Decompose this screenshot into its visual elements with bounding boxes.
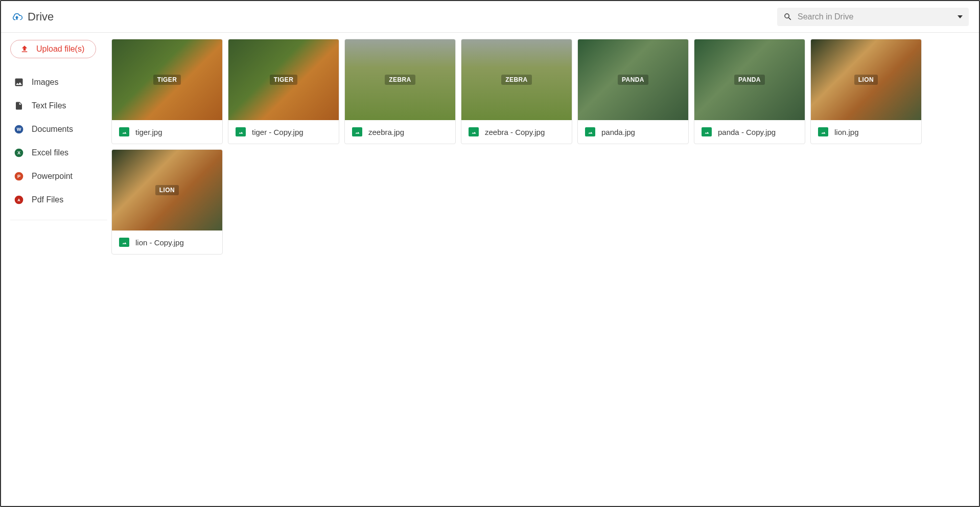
image-file-icon [119,238,129,247]
thumbnail-placeholder-label: panda [734,75,765,85]
image-file-icon [818,127,828,136]
file-card-footer: tiger - Copy.jpg [228,120,339,144]
file-card[interactable]: pandapanda.jpg [577,39,689,144]
search-icon [783,12,792,21]
thumbnail-placeholder-label: tiger [153,75,181,85]
file-thumbnail: lion [112,150,222,231]
file-card-footer: tiger.jpg [112,120,222,144]
image-file-icon [585,127,595,136]
sidebar-item-documents[interactable]: WDocuments [10,118,107,141]
file-card-footer: zeebra.jpg [345,120,455,144]
sidebar-item-label: Pdf Files [32,195,63,204]
upload-button[interactable]: Upload file(s) [10,40,96,58]
file-thumbnail: zebra [345,39,455,120]
thumbnail-placeholder-label: lion [854,75,878,85]
word-icon: W [13,124,25,135]
sidebar-item-label: Text Files [32,101,66,110]
thumbnail-placeholder-label: lion [155,185,179,195]
svg-text:P: P [17,174,20,179]
image-file-icon [469,127,479,136]
chevron-down-icon[interactable] [958,15,963,18]
file-name: lion.jpg [834,128,859,136]
search-box[interactable] [777,8,969,26]
app-logo: Drive [11,10,54,24]
file-card[interactable]: tigertiger.jpg [111,39,223,144]
file-card-footer: zeebra - Copy.jpg [461,120,572,144]
app-title: Drive [28,10,54,24]
file-thumbnail: tiger [112,39,222,120]
file-thumbnail: tiger [228,39,339,120]
file-thumbnail: lion [811,39,921,120]
thumbnail-placeholder-label: panda [618,75,648,85]
svg-text:A: A [17,198,20,202]
sidebar-item-powerpoint[interactable]: PPowerpoint [10,165,107,188]
sidebar-item-label: Excel files [32,148,68,157]
file-name: zeebra - Copy.jpg [485,128,545,136]
pdf-icon: A [13,194,25,205]
sidebar-item-excel-files[interactable]: XExcel files [10,141,107,165]
excel-icon: X [13,147,25,158]
file-thumbnail: panda [694,39,805,120]
file-card-footer: lion.jpg [811,120,921,144]
file-name: tiger.jpg [135,128,162,136]
thumbnail-placeholder-label: zebra [385,75,415,85]
ppt-icon: P [13,171,25,182]
upload-label: Upload file(s) [36,44,84,54]
file-card[interactable]: lionlion - Copy.jpg [111,149,223,255]
file-thumbnail: zebra [461,39,572,120]
image-file-icon [702,127,712,136]
file-name: panda - Copy.jpg [718,128,776,136]
file-name: zeebra.jpg [368,128,404,136]
file-card[interactable]: zebrazeebra - Copy.jpg [461,39,572,144]
sidebar: Upload file(s) ImagesText FilesWDocument… [10,39,107,255]
file-card[interactable]: pandapanda - Copy.jpg [694,39,805,144]
file-card-footer: panda - Copy.jpg [694,120,805,144]
thumbnail-placeholder-label: zebra [501,75,531,85]
image-file-icon [119,127,129,136]
upload-icon [20,44,29,54]
file-card[interactable]: lionlion.jpg [810,39,922,144]
file-name: lion - Copy.jpg [135,238,184,247]
sidebar-item-label: Powerpoint [32,172,73,181]
file-name: panda.jpg [601,128,635,136]
file-icon [13,100,25,111]
file-card-footer: panda.jpg [578,120,688,144]
sidebar-item-label: Documents [32,125,73,134]
thumbnail-placeholder-label: tiger [270,75,298,85]
sidebar-item-pdf-files[interactable]: APdf Files [10,188,107,212]
file-card[interactable]: tigertiger - Copy.jpg [228,39,339,144]
svg-text:W: W [17,127,21,132]
file-thumbnail: panda [578,39,688,120]
file-card-footer: lion - Copy.jpg [112,231,222,254]
search-input[interactable] [798,12,952,21]
sidebar-item-text-files[interactable]: Text Files [10,94,107,118]
svg-text:X: X [17,150,21,155]
files-area: tigertiger.jpgtigertiger - Copy.jpgzebra… [107,39,970,255]
sidebar-item-label: Images [32,78,58,87]
file-name: tiger - Copy.jpg [252,128,304,136]
image-file-icon [236,127,246,136]
image-icon [13,77,25,88]
sidebar-item-images[interactable]: Images [10,71,107,94]
image-file-icon [352,127,362,136]
cloud-upload-icon [11,11,22,22]
header: Drive [1,1,979,33]
file-card[interactable]: zebrazeebra.jpg [344,39,456,144]
